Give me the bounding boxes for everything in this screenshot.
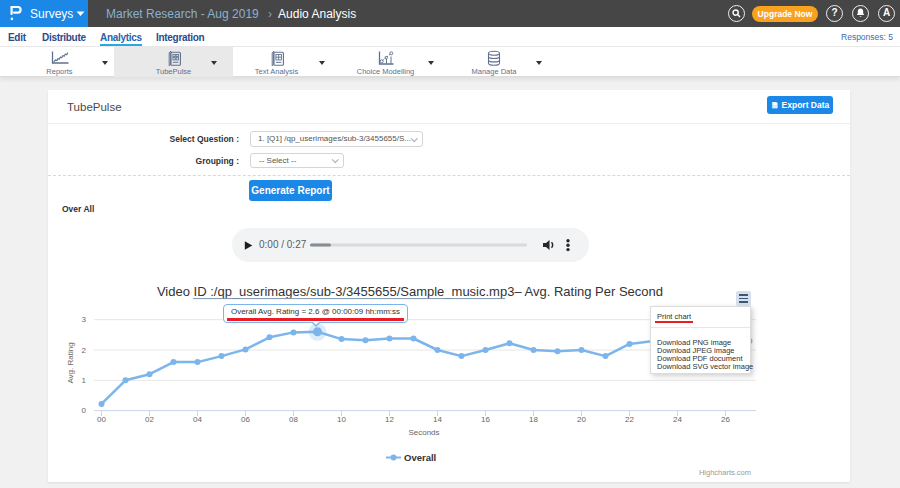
svg-text:10: 10 <box>337 415 346 424</box>
svg-text:Seconds: Seconds <box>408 428 439 437</box>
svg-text:04: 04 <box>193 415 202 424</box>
svg-text:16: 16 <box>481 415 490 424</box>
svg-text:18: 18 <box>529 415 538 424</box>
svg-text:Video ID :/qp_userimages/sub-3: Video ID :/qp_userimages/sub-3/3455655/S… <box>157 284 663 299</box>
svg-text:26: 26 <box>721 415 730 424</box>
svg-text:12: 12 <box>385 415 394 424</box>
svg-text:Highcharts.com: Highcharts.com <box>699 468 751 477</box>
svg-text:24: 24 <box>673 415 682 424</box>
svg-text:02: 02 <box>145 415 154 424</box>
svg-text:3: 3 <box>82 315 87 324</box>
svg-text:1: 1 <box>82 376 87 385</box>
svg-text:Avg. Rating: Avg. Rating <box>66 342 75 383</box>
svg-text:08: 08 <box>289 415 298 424</box>
svg-text:06: 06 <box>241 415 250 424</box>
svg-text:Overall: Overall <box>404 452 436 463</box>
svg-text:2: 2 <box>82 346 87 355</box>
svg-text:20: 20 <box>577 415 586 424</box>
svg-text:22: 22 <box>625 415 634 424</box>
svg-text:00: 00 <box>97 415 106 424</box>
svg-text:14: 14 <box>433 415 442 424</box>
svg-text:0: 0 <box>82 406 87 415</box>
